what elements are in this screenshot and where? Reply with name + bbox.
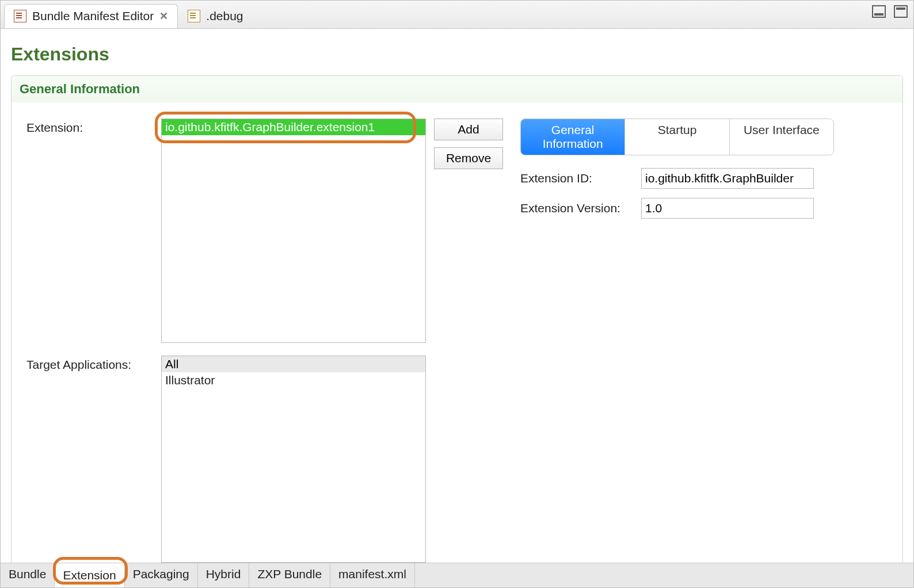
page: Extensions General Information Extension… — [1, 29, 913, 563]
extension-id-input[interactable] — [641, 168, 814, 189]
page-tab-manifest[interactable]: manifest.xml — [330, 563, 415, 587]
editor-tab-label: .debug — [206, 9, 243, 23]
target-apps-list[interactable]: All Illustrator — [161, 356, 426, 563]
add-button[interactable]: Add — [434, 119, 503, 140]
editor-tabstrip: Bundle Manifest Editor ✕ .debug — [1, 1, 913, 29]
detail-form: Extension ID: Extension Version: — [520, 168, 891, 219]
page-tabs: Bundle Extension Packaging Hybrid ZXP Bu… — [1, 563, 913, 587]
tab-startup[interactable]: Startup — [625, 119, 729, 155]
extension-id-label: Extension ID: — [520, 171, 641, 185]
document-icon — [188, 10, 200, 22]
close-icon[interactable]: ✕ — [159, 10, 168, 22]
manifest-icon — [14, 10, 26, 22]
extension-list[interactable]: io.github.kfitfk.GraphBuilder.extension1 — [161, 119, 426, 343]
detail-tabs: General Information Startup User Interfa… — [520, 119, 834, 155]
page-tab-bundle[interactable]: Bundle — [1, 563, 55, 587]
tab-general-info[interactable]: General Information — [521, 119, 625, 155]
extension-version-label: Extension Version: — [520, 201, 641, 215]
section-general-info: General Information Extension: io.github… — [11, 75, 903, 563]
list-item[interactable]: io.github.kfitfk.GraphBuilder.extension1 — [162, 119, 425, 135]
list-item[interactable]: All — [162, 356, 425, 372]
extension-version-input[interactable] — [641, 198, 814, 219]
section-title: General Information — [12, 76, 902, 102]
page-title: Extensions — [11, 44, 903, 65]
minimize-icon[interactable] — [872, 5, 886, 18]
page-tab-extension[interactable]: Extension — [55, 563, 124, 587]
page-tab-hybrid[interactable]: Hybrid — [198, 563, 250, 587]
editor-tab-manifest[interactable]: Bundle Manifest Editor ✕ — [4, 4, 178, 28]
remove-button[interactable]: Remove — [434, 147, 503, 169]
target-apps-label: Target Applications: — [26, 356, 153, 563]
list-item[interactable]: Illustrator — [162, 372, 425, 388]
page-tab-zxp[interactable]: ZXP Bundle — [249, 563, 330, 587]
extension-label: Extension: — [26, 119, 153, 343]
page-tab-packaging[interactable]: Packaging — [125, 563, 198, 587]
tab-user-interface[interactable]: User Interface — [730, 119, 833, 155]
editor-tab-label: Bundle Manifest Editor — [32, 9, 154, 23]
right-column: General Information Startup User Interfa… — [520, 119, 891, 563]
window-controls — [872, 5, 908, 18]
editor-tab-debug[interactable]: .debug — [178, 4, 253, 28]
left-column: Extension: io.github.kfitfk.GraphBuilder… — [26, 119, 503, 563]
maximize-icon[interactable] — [894, 5, 908, 18]
